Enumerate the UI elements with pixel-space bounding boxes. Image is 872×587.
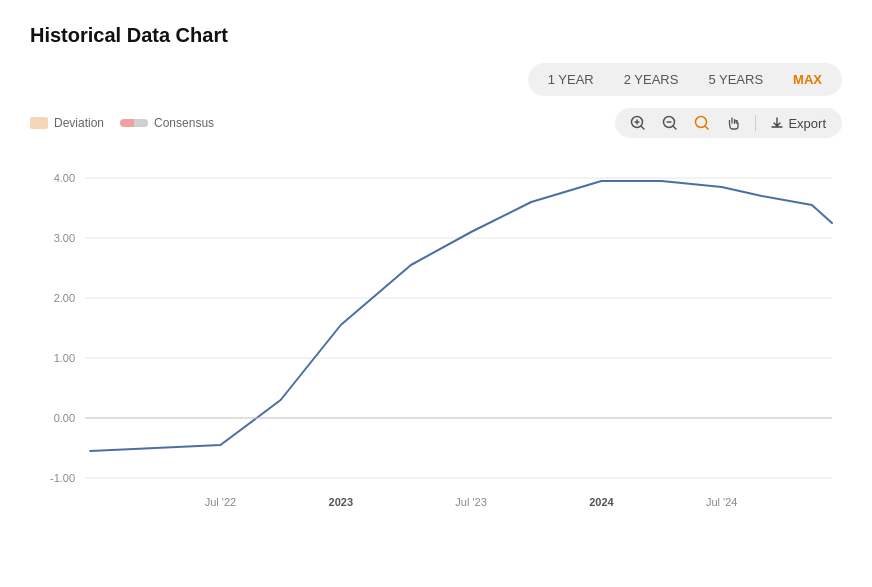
legend-item-consensus: Consensus [120,116,214,130]
time-btn-2years[interactable]: 2 YEARS [610,67,693,92]
svg-text:Jul '24: Jul '24 [706,496,737,508]
deviation-swatch [30,117,48,129]
svg-text:Jul '22: Jul '22 [205,496,236,508]
svg-text:Jul '23: Jul '23 [455,496,486,508]
legend-toolbar-row: Deviation Consensus [30,108,842,138]
chart-svg: 4.00 3.00 2.00 1.00 0.00 -1.00 Jul '22 2… [30,148,842,518]
svg-line-8 [705,126,709,130]
svg-text:2024: 2024 [589,496,614,508]
svg-line-3 [641,126,645,130]
main-container: Historical Data Chart 1 YEAR 2 YEARS 5 Y… [0,0,872,587]
svg-text:2.00: 2.00 [54,292,75,304]
zoom-out-button[interactable] [657,112,683,134]
page-title: Historical Data Chart [30,24,842,47]
hand-icon [726,115,742,131]
zoom-out-icon [662,115,678,131]
search-zoom-button[interactable] [689,112,715,134]
zoom-in-icon [630,115,646,131]
export-button[interactable]: Export [764,113,832,134]
chart-toolbar: Export [615,108,842,138]
svg-text:1.00: 1.00 [54,352,75,364]
svg-line-6 [673,126,677,130]
svg-text:-1.00: -1.00 [50,472,75,484]
download-icon [770,116,784,130]
magnify-icon [694,115,710,131]
export-label: Export [788,116,826,131]
legend: Deviation Consensus [30,116,214,130]
svg-text:0.00: 0.00 [54,412,75,424]
time-range-selector: 1 YEAR 2 YEARS 5 YEARS MAX [528,63,842,96]
svg-text:3.00: 3.00 [54,232,75,244]
svg-text:2023: 2023 [329,496,354,508]
svg-text:4.00: 4.00 [54,172,75,184]
deviation-label: Deviation [54,116,104,130]
chart-line [90,181,832,451]
svg-point-7 [696,117,707,128]
consensus-label: Consensus [154,116,214,130]
time-btn-5years[interactable]: 5 YEARS [694,67,777,92]
toolbar-divider [755,115,756,131]
pan-button[interactable] [721,112,747,134]
time-btn-1year[interactable]: 1 YEAR [534,67,608,92]
controls-row: 1 YEAR 2 YEARS 5 YEARS MAX [30,63,842,96]
chart-area: 4.00 3.00 2.00 1.00 0.00 -1.00 Jul '22 2… [30,148,842,518]
legend-item-deviation: Deviation [30,116,104,130]
consensus-swatch [120,119,148,127]
zoom-in-button[interactable] [625,112,651,134]
time-btn-max[interactable]: MAX [779,67,836,92]
